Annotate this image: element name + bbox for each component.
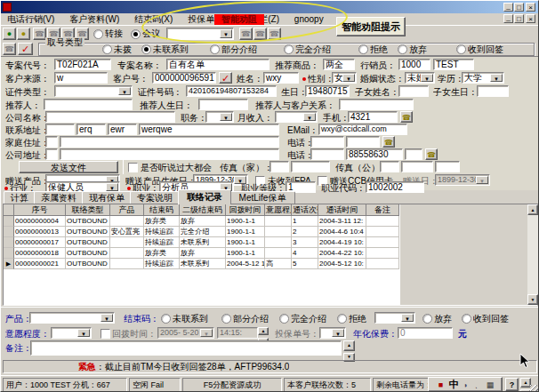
confirm-check-icon[interactable]	[18, 43, 33, 55]
cust-no-verify-icon[interactable]	[219, 72, 232, 84]
forward-tool-icon[interactable]	[253, 28, 267, 40]
gender-combobox[interactable]: 女	[332, 72, 357, 84]
table-cell[interactable]: 00000000004	[14, 216, 66, 227]
tab-lianluojilu[interactable]: 联络记录	[178, 189, 231, 204]
agent-name-field[interactable]: TEST	[433, 59, 474, 70]
company-field[interactable]	[45, 111, 175, 123]
table-cell[interactable]: 持续追踪	[144, 259, 180, 269]
birthday-field[interactable]: 19480715	[305, 85, 350, 97]
column-header[interactable]: 通话时间	[318, 204, 366, 216]
conference-target-combobox[interactable]	[166, 28, 234, 40]
table-cell[interactable]: 持续追踪	[144, 237, 180, 248]
chevron-down-icon[interactable]	[101, 314, 113, 322]
table-cell[interactable]: 2004-5-12 10:	[318, 259, 366, 269]
table-cell[interactable]: 4	[292, 248, 318, 259]
table-cell[interactable]: 高	[265, 259, 292, 269]
dial-tool-icon[interactable]	[33, 28, 46, 40]
dialtype-radio-shoudaohuiqian[interactable]	[456, 44, 466, 54]
column-header[interactable]: 结束码	[144, 204, 180, 216]
chevron-down-icon[interactable]	[332, 329, 344, 337]
table-cell[interactable]: 2004-5-12 10	[226, 259, 265, 269]
table-cell[interactable]	[110, 248, 144, 259]
table-cell[interactable]: 未联系到	[180, 259, 226, 269]
mobile-field[interactable]: 4321	[348, 111, 398, 123]
table-cell[interactable]: 放弃	[180, 216, 226, 227]
transfer-radio[interactable]	[93, 29, 103, 39]
table-cell[interactable]: 1900-1-1	[226, 216, 265, 227]
referrer-rel-field[interactable]	[339, 99, 414, 110]
dialtype-radio-fangqi[interactable]	[398, 44, 407, 54]
ime-keyboard-icon[interactable]	[485, 380, 495, 389]
address-seg3-field[interactable]: ewr	[108, 124, 137, 135]
table-row[interactable]: 00000000013OUTBOUND安心置亮持续追踪完全介绍1900-1-12…	[4, 227, 400, 237]
tab-jisuan[interactable]: 计算	[4, 191, 36, 204]
column-header[interactable]: 意愿程度	[265, 204, 292, 216]
child-birth-field[interactable]	[477, 85, 509, 97]
table-cell[interactable]: OUTBOUND	[66, 248, 110, 259]
dialtype-radio-weilianxidao[interactable]	[141, 44, 151, 54]
id-type-combobox[interactable]	[54, 85, 133, 97]
menu-item-kehuziliao[interactable]: 客户资料(W)	[63, 13, 125, 26]
table-cell[interactable]	[265, 216, 292, 227]
chevron-down-icon[interactable]	[220, 113, 232, 121]
remark-spin-buttons[interactable]	[343, 340, 353, 356]
job-title-combobox[interactable]	[205, 111, 234, 123]
phone1-number-field[interactable]	[346, 136, 380, 148]
menu-item-dianhuaxingxiao[interactable]: 电话行销(V)	[1, 13, 60, 26]
table-cell[interactable]: 00000000018	[14, 248, 66, 259]
table-cell[interactable]: 1900-1-1	[226, 237, 265, 248]
referrer-birth-field[interactable]	[198, 99, 248, 110]
cust-no-field[interactable]: 000000096591	[152, 72, 216, 84]
table-cell[interactable]: 未联系到	[180, 237, 226, 248]
smart-dissuade-tip-button[interactable]: 智能劝阻提示	[336, 17, 406, 36]
education-combobox[interactable]: 大学	[462, 72, 504, 84]
table-cell[interactable]	[110, 237, 144, 248]
fax-office-ext-field[interactable]	[435, 161, 460, 172]
company-addr-prefix-field[interactable]	[45, 148, 58, 160]
column-header[interactable]: 产品	[110, 204, 144, 216]
fax-home-number-field[interactable]	[291, 161, 330, 172]
child-name-field[interactable]	[398, 85, 429, 97]
ime-bar[interactable]: 中	[428, 377, 503, 392]
tab-qinshuziliao[interactable]: 亲属资料	[34, 191, 84, 204]
restore-button[interactable]: □	[514, 3, 524, 12]
table-cell[interactable]	[265, 227, 292, 237]
endcode-radio-jujue[interactable]	[337, 314, 347, 324]
heard-metlife-checkbox[interactable]	[128, 163, 138, 172]
callback-checkbox[interactable]	[101, 329, 110, 339]
mdi-minimize-button[interactable]: _	[503, 14, 513, 23]
table-cell[interactable]: OUTBOUND	[66, 237, 110, 248]
table-cell[interactable]	[366, 259, 399, 269]
chevron-down-icon[interactable]	[220, 29, 232, 38]
help-button[interactable]: ?	[505, 378, 519, 391]
income-combobox[interactable]	[275, 111, 318, 123]
table-cell[interactable]	[366, 227, 399, 237]
endcode-radio-shoudaohuiqian[interactable]	[462, 314, 471, 324]
phone2-area-field[interactable]	[310, 148, 344, 160]
address-seg4-field[interactable]: werqwe	[139, 124, 279, 135]
spin-up-icon[interactable]	[258, 327, 269, 335]
scroll-down-icon[interactable]	[527, 294, 538, 305]
tab-zhuananshuoming[interactable]: 专案说明	[130, 191, 180, 204]
id-no-field[interactable]: 420106194807153284	[186, 85, 277, 97]
chevron-down-icon[interactable]	[77, 329, 90, 337]
phone2-number-field[interactable]: 88558630	[346, 148, 403, 160]
chevron-down-icon[interactable]	[490, 74, 503, 82]
row-selector[interactable]	[4, 216, 14, 227]
table-row[interactable]: 00000000018OUTBOUND放弃类放弃1900-1-142004-4-…	[4, 248, 400, 259]
send-file-button[interactable]: 发送文件	[19, 161, 118, 173]
table-cell[interactable]: 2004-4-22 10:	[318, 248, 366, 259]
endcode-radio-fangqi[interactable]	[422, 314, 432, 324]
time-spin-buttons[interactable]	[258, 327, 267, 339]
row-selector[interactable]	[4, 248, 14, 259]
spin-up-icon[interactable]	[343, 340, 355, 351]
table-cell[interactable]	[265, 248, 292, 259]
scroll-up-icon[interactable]	[527, 204, 538, 215]
fax-office-area-field[interactable]	[380, 161, 399, 172]
phone2-dial-icon[interactable]	[425, 148, 438, 160]
remark-textarea[interactable]	[30, 340, 342, 356]
chevron-down-icon[interactable]	[118, 87, 131, 95]
name-field[interactable]: wxy	[263, 72, 299, 84]
dialtype-radio-jujue[interactable]	[358, 44, 368, 54]
column-header[interactable]: 二级结束码	[180, 204, 226, 216]
